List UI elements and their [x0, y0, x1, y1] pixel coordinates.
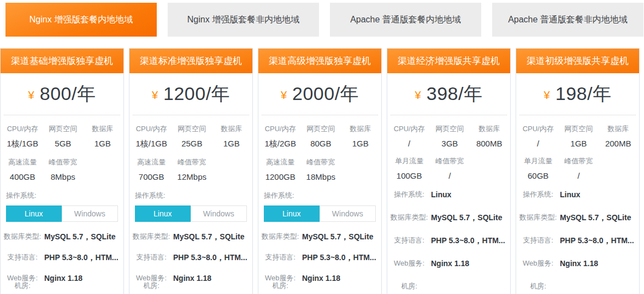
spec-cell: 高速流量 700GB	[132, 157, 171, 181]
price-amount: 800/年	[40, 81, 96, 107]
detail-row-label: 操作系统:	[516, 189, 560, 201]
detail-row-label: 支持语言:	[387, 235, 431, 246]
spec-cell: 峰值带宽 /	[558, 156, 599, 180]
spec-value: /	[558, 171, 599, 180]
spec-label: 数据库	[599, 124, 637, 134]
currency-symbol: ¥	[544, 89, 550, 102]
spec-value: 1核/1GB	[3, 139, 42, 149]
spec-grid: CPU/内存 1核/2GB 网页空间 80GB 数据库 1GB 高速流量 120…	[258, 115, 381, 181]
plan-category-tab[interactable]: Apache 普通版套餐非内地地域	[492, 3, 643, 37]
os-label: 操作系统:	[264, 191, 381, 201]
spec-label: CPU/内存	[132, 124, 171, 134]
plan-category-tab[interactable]: Nginx 增强版套餐内地地域	[5, 3, 157, 37]
spec-label: 峰值带宽	[171, 157, 212, 167]
os-label: 操作系统:	[135, 191, 252, 201]
os-section: 操作系统: LinuxWindows	[258, 191, 381, 222]
os-option-windows[interactable]: Windows	[62, 205, 119, 222]
spec-grid: CPU/内存 / 网页空间 3GB 数据库 800MB 单月流量 100GB 峰…	[387, 115, 510, 180]
detail-row-value: PHP 5.3~8.0，HTM...	[560, 235, 639, 246]
detail-row-value: MySQL 5.7，SQLite	[560, 212, 639, 224]
os-option-windows[interactable]: Windows	[191, 205, 247, 222]
detail-row-value	[173, 280, 252, 291]
spec-label: 网页空间	[171, 124, 212, 134]
detail-row-value: MySQL 5.7，SQLite	[173, 231, 252, 243]
spec-value: /	[518, 139, 558, 148]
os-option-linux[interactable]: Linux	[264, 205, 320, 222]
plan-title: 渠道初级增强版共享虚机	[516, 49, 639, 73]
spec-cell: CPU/内存 1核/1GB	[3, 124, 42, 149]
detail-row-label: 数据库类型:	[387, 212, 431, 224]
os-option-linux[interactable]: Linux	[135, 205, 191, 222]
spec-label: 峰值带宽	[558, 156, 599, 166]
spec-value: 12Mbps	[171, 172, 212, 181]
spec-cell: 峰值带宽 8Mbps	[42, 157, 84, 181]
spec-label: CPU/内存	[389, 124, 429, 134]
detail-row-label: 机房:	[387, 281, 431, 292]
detail-row-label: 机房:	[129, 280, 173, 291]
detail-row: 机房:	[258, 280, 381, 291]
plan-category-tab[interactable]: Nginx 增强版套餐非内地地域	[168, 3, 319, 37]
spec-cell: CPU/内存 1核/2GB	[261, 124, 300, 149]
spec-value: 5GB	[42, 139, 84, 148]
currency-symbol: ¥	[415, 89, 421, 102]
spec-label: 数据库	[84, 124, 121, 134]
spec-cell: 高速流量 1200GB	[261, 157, 300, 181]
detail-rows: 操作系统: Linux 数据库类型: MySQL 5.7，SQLite 支持语言…	[387, 189, 510, 292]
spec-value: 80GB	[300, 139, 341, 148]
spec-value: 18Mbps	[300, 172, 341, 181]
spec-cell: 网页空间 3GB	[429, 124, 470, 148]
detail-row-label: 数据库类型:	[129, 231, 173, 243]
os-toggle: LinuxWindows	[135, 205, 247, 222]
spec-label: CPU/内存	[3, 124, 42, 134]
spec-cell: 数据库 800MB	[470, 124, 508, 148]
plan-card: 渠道初级增强版共享虚机 ¥ 198/年 CPU/内存 / 网页空间 1GB 数据…	[516, 48, 640, 294]
os-option-windows[interactable]: Windows	[320, 205, 376, 222]
spec-value: 1核/2GB	[261, 139, 300, 149]
spec-value: 1核/1GB	[132, 139, 171, 149]
detail-row-value	[560, 281, 639, 292]
os-toggle: LinuxWindows	[6, 205, 118, 222]
spec-cell: 数据库 200MB	[599, 124, 637, 148]
detail-row-label: 机房:	[1, 280, 44, 291]
detail-row: 机房:	[129, 280, 252, 291]
spec-cell: 峰值带宽 /	[429, 156, 470, 180]
plan-card: 渠道基础增强版独享虚机 ¥ 800/年 CPU/内存 1核/1GB 网页空间 5…	[0, 48, 124, 294]
spec-cell: 峰值带宽 18Mbps	[300, 157, 341, 181]
currency-symbol: ¥	[281, 89, 287, 102]
detail-row-value: Linux	[560, 189, 639, 201]
plan-title: 渠道基础增强版独享虚机	[1, 49, 123, 73]
detail-row-value: MySQL 5.7，SQLite	[431, 212, 510, 224]
detail-rows: 数据库类型: MySQL 5.7，SQLite 支持语言: PHP 5.3~8.…	[258, 231, 381, 291]
os-section: 操作系统: LinuxWindows	[1, 191, 123, 222]
os-option-linux[interactable]: Linux	[6, 205, 62, 222]
plan-price: ¥ 398/年	[391, 73, 507, 115]
detail-row: 机房:	[1, 280, 123, 291]
spec-label: 网页空间	[558, 124, 599, 134]
detail-row: 机房:	[516, 281, 639, 292]
spec-label: 网页空间	[429, 124, 470, 134]
detail-row-label: Web服务:	[387, 258, 431, 269]
spec-label: 网页空间	[300, 124, 341, 134]
spec-value: 200MB	[599, 139, 637, 148]
spec-value: 1200GB	[261, 172, 300, 181]
plan-category-tab[interactable]: Apache 普通版套餐内地地域	[330, 3, 481, 37]
spec-cell: 高速流量 400GB	[3, 157, 42, 181]
detail-row: 数据库类型: MySQL 5.7，SQLite	[258, 231, 381, 243]
cards-row: 渠道基础增强版独享虚机 ¥ 800/年 CPU/内存 1核/1GB 网页空间 5…	[0, 48, 644, 294]
price-amount: 198/年	[556, 81, 612, 107]
spec-cell: 网页空间 25GB	[171, 124, 212, 149]
spec-cell: 网页空间 80GB	[300, 124, 341, 149]
plan-card: 渠道标准增强版独享虚机 ¥ 1200/年 CPU/内存 1核/1GB 网页空间 …	[129, 48, 253, 294]
spec-value: 60GB	[518, 171, 558, 180]
plan-price: ¥ 1200/年	[133, 73, 249, 115]
price-amount: 1200/年	[163, 81, 230, 107]
spec-value: 700GB	[132, 172, 171, 181]
spec-value: 3GB	[429, 139, 470, 148]
spec-cell: 网页空间 5GB	[42, 124, 84, 149]
plan-price: ¥ 198/年	[519, 73, 636, 115]
detail-row-value: Nginx 1.18	[431, 258, 510, 269]
spec-grid: CPU/内存 / 网页空间 1GB 数据库 200MB 单月流量 60GB 峰值…	[516, 115, 639, 180]
spec-label: 高速流量	[132, 157, 171, 167]
spec-value: 1GB	[212, 139, 250, 148]
detail-row: 支持语言: PHP 5.3~8.0，HTM...	[258, 252, 381, 263]
